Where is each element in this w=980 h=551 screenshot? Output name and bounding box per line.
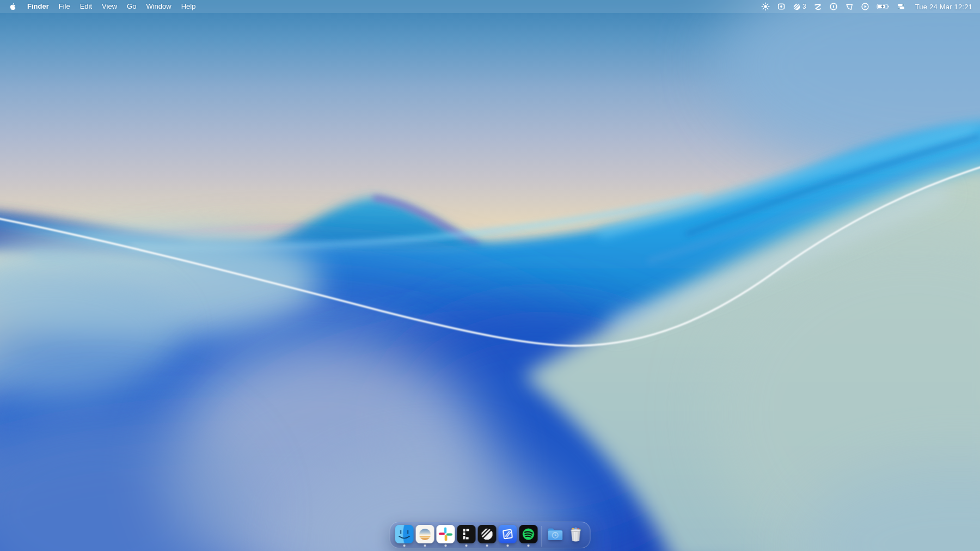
sunrise-calendar-icon xyxy=(416,525,434,543)
menu-bar-status: 3 xyxy=(761,2,972,11)
blue-frame-app-icon xyxy=(499,525,517,543)
menu-bar-clock[interactable]: Tue 24 Mar 12:21 xyxy=(915,3,972,11)
downloads-folder-icon xyxy=(546,525,565,543)
flag-status-icon[interactable] xyxy=(845,3,854,11)
running-indicator xyxy=(445,544,447,547)
dock-item-finder[interactable] xyxy=(394,525,415,548)
running-indicator xyxy=(528,544,530,547)
screen-capture-icon[interactable] xyxy=(777,2,786,11)
running-indicator xyxy=(465,544,468,547)
battery-charging-icon[interactable] xyxy=(877,2,890,11)
running-indicator xyxy=(486,544,488,547)
r-glyph-status-icon[interactable] xyxy=(813,3,822,11)
dock-item-slack[interactable] xyxy=(436,525,456,548)
menu-window[interactable]: Window xyxy=(141,0,176,13)
spotify-icon xyxy=(519,525,538,543)
running-indicator xyxy=(507,544,509,547)
wallpaper xyxy=(0,0,980,551)
control-center-icon[interactable] xyxy=(897,2,905,11)
dock-item-cron-calendar[interactable] xyxy=(456,525,477,548)
menu-bar-menus: Finder File Edit View Go Window Help xyxy=(8,0,200,13)
keyhole-status-icon[interactable] xyxy=(829,2,838,11)
apple-logo-icon xyxy=(9,2,17,11)
app-menu-finder[interactable]: Finder xyxy=(22,0,54,13)
status-badge-count: 3 xyxy=(803,3,806,10)
display-brightness-icon[interactable] xyxy=(761,2,770,11)
striped-sphere-app-icon xyxy=(478,525,497,543)
slack-icon xyxy=(437,525,455,543)
menu-help[interactable]: Help xyxy=(176,0,201,13)
dock-item-trash[interactable] xyxy=(566,525,586,548)
dock-item-downloads-folder[interactable] xyxy=(545,525,566,548)
apple-menu[interactable] xyxy=(8,2,22,11)
menu-view[interactable]: View xyxy=(97,0,122,13)
menu-go[interactable]: Go xyxy=(122,0,141,13)
play-circle-status-icon[interactable] xyxy=(861,2,869,11)
dock-item-sunrise-calendar[interactable] xyxy=(415,525,436,548)
running-indicator xyxy=(403,544,406,547)
cron-calendar-icon xyxy=(457,525,476,543)
dock-item-blue-frame-app[interactable] xyxy=(498,525,518,548)
menu-bar: Finder File Edit View Go Window Help xyxy=(0,0,980,13)
dock-item-striped-sphere-app[interactable] xyxy=(477,525,498,548)
running-indicator xyxy=(424,544,426,547)
dock-item-spotify[interactable] xyxy=(518,525,539,548)
menu-file[interactable]: File xyxy=(54,0,75,13)
finder-icon xyxy=(395,525,414,543)
striped-sphere-status-icon[interactable]: 3 xyxy=(793,3,806,11)
dock xyxy=(390,522,591,548)
menu-edit[interactable]: Edit xyxy=(75,0,97,13)
dock-separator xyxy=(542,526,542,547)
desktop: Finder File Edit View Go Window Help xyxy=(0,0,980,551)
trash-full-icon xyxy=(567,525,585,543)
